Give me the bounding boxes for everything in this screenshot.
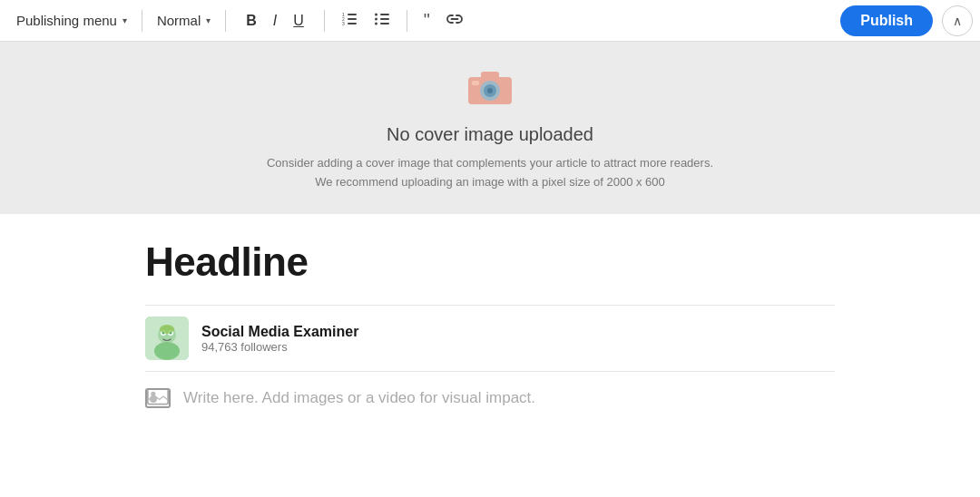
article-headline[interactable]: Headline: [145, 239, 835, 285]
svg-point-20: [154, 342, 180, 360]
cover-area: No cover image uploaded Consider adding …: [0, 42, 980, 214]
camera-icon: [465, 64, 515, 108]
extra-buttons-group: ": [416, 5, 470, 35]
author-name: Social Media Examiner: [201, 324, 358, 340]
svg-point-27: [151, 392, 155, 396]
svg-rect-0: [348, 14, 357, 15]
list-buttons-group: 1 2 3: [334, 7, 397, 34]
publishing-menu-chevron-icon: ▾: [122, 15, 127, 25]
svg-rect-17: [472, 81, 479, 85]
author-followers: 94,763 followers: [201, 340, 358, 354]
image-placeholder-icon: [145, 388, 171, 408]
svg-point-11: [375, 22, 377, 24]
camera-icon-wrapper: [465, 64, 515, 112]
svg-point-9: [375, 13, 377, 15]
collapse-button[interactable]: ∧: [942, 5, 973, 36]
toolbar-left: Publishing menu ▾ Normal ▾ B I U 1 2: [7, 5, 840, 35]
toolbar-divider-3: [324, 10, 325, 32]
cover-title: No cover image uploaded: [387, 124, 593, 145]
toolbar: Publishing menu ▾ Normal ▾ B I U 1 2: [0, 0, 980, 42]
format-buttons-group: B I U: [239, 8, 311, 34]
author-info: Social Media Examiner 94,763 followers: [201, 324, 358, 354]
svg-text:3: 3: [342, 20, 345, 25]
svg-point-25: [160, 325, 174, 334]
author-row: Social Media Examiner 94,763 followers: [145, 305, 835, 372]
quote-button[interactable]: ": [416, 5, 437, 35]
avatar-illustration: [145, 317, 189, 360]
svg-rect-6: [380, 14, 389, 15]
normal-style-chevron-icon: ▾: [206, 15, 211, 25]
cover-desc-line1: Consider adding a cover image that compl…: [267, 154, 713, 173]
publishing-menu-button[interactable]: Publishing menu ▾: [7, 7, 136, 34]
svg-rect-8: [380, 23, 389, 24]
toolbar-divider-2: [225, 10, 226, 32]
svg-rect-7: [380, 18, 389, 20]
unordered-list-button[interactable]: [367, 7, 397, 34]
toolbar-divider-1: [142, 10, 142, 32]
svg-rect-1: [348, 18, 357, 20]
ordered-list-button[interactable]: 1 2 3: [334, 7, 365, 34]
normal-style-dropdown[interactable]: Normal ▾: [148, 7, 220, 34]
ordered-list-icon: 1 2 3: [341, 12, 358, 26]
publishing-menu-label: Publishing menu: [16, 13, 117, 28]
normal-style-label: Normal: [157, 13, 201, 28]
cover-description: Consider adding a cover image that compl…: [267, 154, 713, 192]
toolbar-divider-4: [407, 10, 407, 32]
underline-button[interactable]: U: [286, 8, 311, 34]
toolbar-right: Publish ∧: [840, 5, 973, 36]
unordered-list-icon: [374, 12, 390, 26]
svg-rect-26: [148, 388, 168, 404]
write-prompt-row: Write here. Add images or a video for vi…: [145, 388, 835, 408]
collapse-icon: ∧: [953, 14, 962, 28]
publish-button[interactable]: Publish: [840, 5, 933, 36]
cover-desc-line2: We recommend uploading an image with a p…: [267, 173, 713, 192]
avatar-image: [145, 317, 189, 360]
main-content: Headline Social Media Examiner: [0, 214, 980, 426]
avatar: [145, 317, 189, 360]
image-icon: [147, 388, 169, 406]
svg-point-10: [375, 17, 377, 20]
svg-rect-13: [481, 72, 499, 81]
bold-button[interactable]: B: [239, 8, 264, 34]
link-button[interactable]: [439, 8, 470, 34]
write-prompt-text[interactable]: Write here. Add images or a video for vi…: [183, 389, 535, 407]
italic-button[interactable]: I: [266, 8, 284, 34]
svg-rect-2: [348, 23, 357, 24]
link-icon: [446, 13, 463, 25]
svg-point-16: [487, 88, 493, 93]
